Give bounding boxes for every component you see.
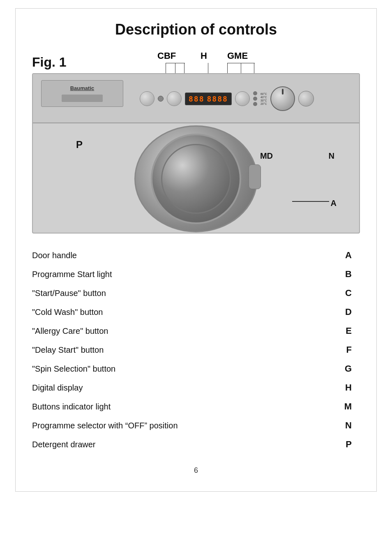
parts-row: Door handle A	[32, 246, 360, 265]
parts-row: Digital display H	[32, 378, 360, 397]
diagram-label-p: P	[76, 139, 83, 150]
tick-e	[254, 63, 254, 73]
part-letter-7: H	[335, 382, 352, 393]
parts-row: Detergent drawer P	[32, 435, 360, 454]
parts-row: "Spin Selection" button G	[32, 359, 360, 378]
parts-row: "Allergy Care" button E	[32, 321, 360, 340]
start-pause-button-c[interactable]	[140, 91, 154, 106]
label-gme: GME	[227, 51, 248, 61]
diagram-label-n: N	[329, 151, 334, 161]
part-name-1: Programme Start light	[32, 270, 335, 279]
display-digits-1: 888	[189, 95, 205, 103]
programme-start-light-b	[158, 96, 164, 102]
top-annotation: Fig. 1 CBF H GME	[32, 51, 360, 73]
part-letter-6: G	[335, 363, 352, 374]
figure-label: Fig. 1	[32, 55, 67, 70]
page-number: 6	[32, 466, 360, 475]
door-outer	[134, 125, 258, 232]
top-panel: Baumatic 888 8888	[33, 74, 359, 123]
part-name-4: "Allergy Care" button	[32, 326, 335, 336]
part-letter-10: P	[335, 439, 352, 450]
allergy-care-button-e[interactable]	[298, 91, 314, 106]
spin-selection-button-g[interactable]	[235, 91, 250, 106]
parts-row: Buttons indicator light M	[32, 397, 360, 416]
part-letter-5: F	[335, 345, 352, 355]
door-inner	[151, 134, 241, 224]
part-letter-0: A	[335, 250, 352, 261]
parts-row: "Cold Wash" button D	[32, 303, 360, 321]
tick-g	[227, 63, 228, 73]
display-digits-2: 8888	[207, 95, 228, 103]
part-name-2: "Start/Pause" button	[32, 289, 335, 298]
drawer-slot	[62, 95, 103, 102]
part-letter-8: M	[335, 401, 352, 412]
parts-row: Programme Start light B	[32, 265, 360, 284]
door-glass	[161, 144, 231, 214]
tick-b	[175, 63, 175, 73]
part-name-10: Detergent drawer	[32, 440, 335, 449]
part-letter-1: B	[335, 269, 352, 280]
part-name-5: "Delay Start" button	[32, 345, 335, 355]
diagram-label-a: A	[331, 199, 337, 208]
temp-indicators: 60°C40°C30°C20°C	[261, 92, 267, 105]
part-name-8: Buttons indicator light	[32, 402, 335, 412]
detergent-drawer-p: Baumatic	[41, 80, 123, 107]
parts-row: "Start/Pause" button C	[32, 284, 360, 303]
digital-display-h: 888 8888	[185, 92, 232, 105]
washer-diagram: Baumatic 888 8888	[32, 73, 360, 234]
parts-row: Programme selector with “OFF” position N	[32, 416, 360, 435]
buttons-indicator-light-m	[253, 91, 257, 106]
part-letter-9: N	[335, 420, 352, 431]
brand-name: Baumatic	[70, 85, 95, 91]
page-title: Description of controls	[32, 21, 360, 38]
part-letter-2: C	[335, 288, 352, 298]
parts-list: Door handle A Programme Start light B "S…	[32, 246, 360, 454]
tick-m	[241, 63, 241, 73]
part-letter-4: E	[335, 326, 352, 336]
controls-row: 888 8888 60°C40°	[140, 80, 351, 117]
part-name-3: "Cold Wash" button	[32, 308, 335, 317]
tick-f	[184, 63, 184, 73]
page-container: Description of controls Fig. 1 CBF H GME	[15, 8, 377, 492]
diagram-label-md: MD	[260, 151, 273, 161]
door-handle-a[interactable]	[249, 164, 261, 189]
label-h: H	[201, 51, 207, 61]
delay-start-button-f[interactable]	[167, 91, 182, 106]
part-name-7: Digital display	[32, 383, 335, 393]
part-name-9: Programme selector with “OFF” position	[32, 421, 335, 430]
parts-row: "Delay Start" button F	[32, 340, 360, 359]
label-cbf: CBF	[157, 51, 176, 61]
part-letter-3: D	[335, 307, 352, 317]
tick-h	[208, 63, 208, 73]
tick-cbf	[166, 63, 166, 73]
door-area	[134, 125, 258, 228]
part-name-0: Door handle	[32, 251, 335, 260]
part-name-6: "Spin Selection" button	[32, 364, 335, 374]
programme-selector-n[interactable]	[270, 86, 295, 111]
line-a	[292, 201, 329, 202]
figure-section: Fig. 1 CBF H GME Ba	[32, 51, 360, 234]
